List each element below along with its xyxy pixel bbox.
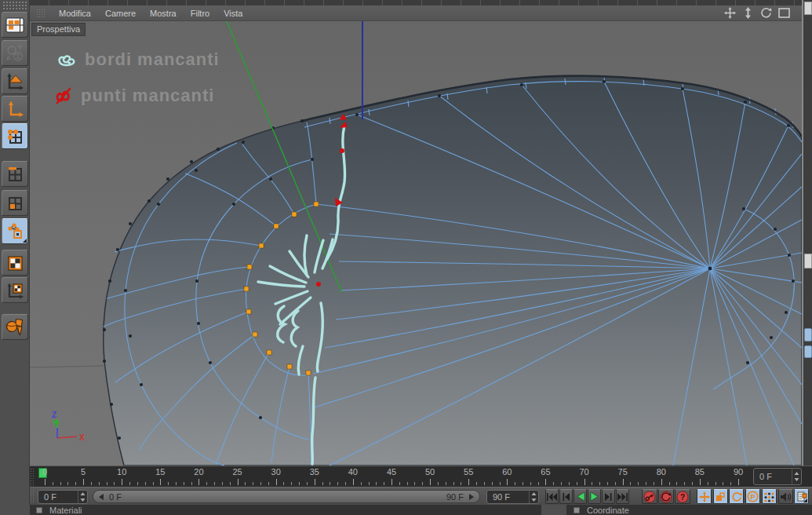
coordinates-panel-header[interactable]: Coordinate <box>566 505 812 515</box>
previous-key-button[interactable] <box>559 489 573 504</box>
cinema4d-window: Modifica Camere Mostra Filtro Vista <box>0 0 812 515</box>
make-editable-button[interactable] <box>2 40 28 66</box>
timeline-tick <box>307 482 308 485</box>
menu-mostra[interactable]: Mostra <box>143 7 184 20</box>
goto-end-button[interactable] <box>616 489 629 504</box>
slider-right-arrow-icon[interactable] <box>469 494 474 500</box>
goto-start-button[interactable] <box>545 489 559 504</box>
timeline-tick <box>391 479 392 485</box>
timeline-tick <box>361 482 362 485</box>
timeline-tick <box>107 482 107 485</box>
current-frame-field[interactable]: 0 F <box>753 468 802 485</box>
timeline-tick <box>91 482 92 485</box>
timeline-tick <box>268 482 269 485</box>
next-key-button[interactable] <box>602 489 615 504</box>
toolbar-grip[interactable] <box>2 1 27 10</box>
timeline-tick <box>584 479 585 485</box>
maximize-icon[interactable] <box>777 7 791 19</box>
missing-edges-marker-icon <box>56 51 77 68</box>
edge-tool-icon <box>5 165 24 184</box>
snap-tool-button[interactable] <box>2 218 28 244</box>
timeline-tick <box>191 482 192 485</box>
transport-grip[interactable] <box>30 489 35 504</box>
range-start-field[interactable]: 0 F <box>38 490 88 504</box>
menu-grip[interactable] <box>36 9 46 18</box>
svg-text:P: P <box>751 493 756 501</box>
timeline-tick <box>716 482 716 485</box>
menu-filtro[interactable]: Filtro <box>184 7 217 20</box>
menu-modifica[interactable]: Modifica <box>52 7 98 20</box>
timeline-tick <box>607 482 608 485</box>
range-end-spinner[interactable] <box>529 491 538 503</box>
timeline-tick <box>661 479 662 485</box>
key-scale-toggle[interactable] <box>713 489 728 504</box>
timeline-tick <box>654 482 654 485</box>
timeline-tick <box>214 482 215 485</box>
timeline-tick <box>430 479 431 485</box>
record-key-button[interactable] <box>642 489 657 504</box>
timeline-tick-label: 40 <box>348 467 358 477</box>
key-parameter-toggle[interactable]: P <box>745 489 760 504</box>
menu-camere[interactable]: Camere <box>98 7 143 20</box>
object-axis-tool-button[interactable] <box>2 96 28 122</box>
sound-toggle[interactable] <box>778 489 793 504</box>
viewport-layout-button[interactable] <box>2 12 28 38</box>
play-forward-button[interactable] <box>588 489 601 504</box>
key-rotation-toggle[interactable] <box>729 489 744 504</box>
timeline-tick <box>45 479 46 485</box>
timeline-tick <box>723 482 723 485</box>
zoom-icon[interactable] <box>741 7 755 19</box>
play-backward-button[interactable] <box>573 489 587 504</box>
materials-panel-header[interactable]: Materiali <box>30 505 541 515</box>
frame-spinner[interactable] <box>792 469 801 484</box>
timeline-range-slider[interactable]: 0 F 90 F <box>93 490 480 503</box>
timeline-tick <box>369 482 370 485</box>
timeline-tick <box>75 482 76 485</box>
help-button[interactable]: ? <box>675 489 690 504</box>
viewport-label[interactable]: Prospettiva <box>31 23 86 36</box>
slider-left-arrow-icon[interactable] <box>99 494 104 500</box>
timeline-tick <box>676 482 677 485</box>
point-tool-button[interactable] <box>2 123 28 149</box>
timeline-tick <box>53 482 53 485</box>
perspective-viewport[interactable]: Z Y X Prospettiva bordi mancanti punti m… <box>30 21 802 466</box>
timeline-tick <box>376 482 377 485</box>
range-start-spinner[interactable] <box>78 491 87 503</box>
menu-vista[interactable]: Vista <box>217 7 249 20</box>
right-panel-fragment <box>804 2 812 15</box>
viewport-layout-icon <box>5 16 25 35</box>
timeline-tick <box>708 482 708 485</box>
range-start-value: 0 F <box>44 492 56 502</box>
edge-tool-button[interactable] <box>2 161 28 187</box>
submenu-corner <box>803 499 807 502</box>
timeline-ruler[interactable]: 051015202530354045505560657075808590 <box>36 466 748 488</box>
timeline-tick <box>315 479 315 485</box>
timeline-tick-label: 85 <box>695 467 705 477</box>
texture-axis-tool-button[interactable] <box>2 277 28 303</box>
pan-icon[interactable] <box>723 7 737 19</box>
timeline-tick <box>230 482 231 485</box>
object-tool-button[interactable] <box>2 314 28 340</box>
timeline-tick <box>299 482 300 485</box>
gizmo-y-label: Y <box>52 419 57 428</box>
timeline-tick-label: 30 <box>271 467 281 477</box>
model-tool-button[interactable] <box>2 68 28 94</box>
rotate-icon[interactable] <box>759 7 773 19</box>
key-pla-toggle[interactable] <box>762 489 777 504</box>
key-position-toggle[interactable] <box>697 489 712 504</box>
goto-end-icon <box>617 493 628 501</box>
point-tool-icon <box>5 127 24 146</box>
polygon-tool-button[interactable] <box>2 190 28 216</box>
autokey-button[interactable] <box>658 489 674 504</box>
timeline-grip[interactable] <box>30 468 35 486</box>
timeline-tick-label: 80 <box>657 467 666 477</box>
timeline-tick <box>669 482 670 485</box>
key-flag-toggle[interactable] <box>794 489 809 504</box>
range-end-field[interactable]: 90 F <box>486 490 539 504</box>
timeline-tick-label: 90 <box>734 467 743 477</box>
timeline-tick-label: 60 <box>502 467 512 477</box>
texture-tool-button[interactable] <box>2 250 28 276</box>
timeline-tick <box>492 482 493 485</box>
timeline-tick <box>253 482 253 485</box>
timeline-tick <box>538 482 539 485</box>
